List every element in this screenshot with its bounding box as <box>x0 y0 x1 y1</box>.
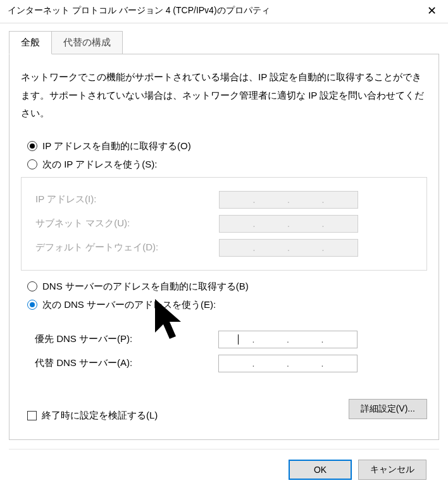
advanced-button[interactable]: 詳細設定(V)... <box>349 399 427 419</box>
preferred-dns-label: 優先 DNS サーバー(P): <box>35 333 218 345</box>
ip-address-label: IP アドレス(I): <box>35 193 219 205</box>
bottom-row: 終了時に設定を検証する(L) 詳細設定(V)... <box>21 397 427 422</box>
ip-seg <box>222 194 252 205</box>
dialog-footer: OK キャンセル <box>9 449 439 484</box>
alternate-dns-input[interactable]: . . . <box>218 355 358 372</box>
field-preferred-dns: 優先 DNS サーバー(P): . . . <box>35 330 420 349</box>
ip-group: IP アドレス(I): . . . サブネット マスク(U): . . . <box>21 177 427 271</box>
ip-seg <box>325 218 355 229</box>
ip-seg[interactable] <box>325 334 354 345</box>
tabs: 全般 代替の構成 <box>9 31 439 54</box>
ip-seg <box>222 242 252 254</box>
window-title: インターネット プロトコル バージョン 4 (TCP/IPv4)のプロパティ <box>8 5 270 16</box>
subnet-label: サブネット マスク(U): <box>35 217 219 229</box>
radio-ip-auto[interactable]: IP アドレスを自動的に取得する(O) <box>27 140 427 152</box>
tabpanel-general: ネットワークでこの機能がサポートされている場合は、IP 設定を自動的に取得するこ… <box>9 54 439 440</box>
alternate-dns-label: 代替 DNS サーバー(A): <box>35 357 218 369</box>
ip-seg <box>291 242 321 254</box>
validate-checkbox-row[interactable]: 終了時に設定を検証する(L) <box>27 410 158 422</box>
field-ip-address: IP アドレス(I): . . . <box>35 190 419 209</box>
radio-icon <box>27 300 37 310</box>
close-icon[interactable]: ✕ <box>422 4 442 18</box>
ip-seg[interactable] <box>256 334 285 345</box>
tab-alternate[interactable]: 代替の構成 <box>51 31 123 54</box>
titlebar: インターネット プロトコル バージョン 4 (TCP/IPv4)のプロパティ ✕ <box>0 0 448 23</box>
ip-address-input: . . . <box>219 191 358 209</box>
radio-label: DNS サーバーのアドレスを自動的に取得する(B) <box>42 281 249 293</box>
ip-seg <box>291 194 321 205</box>
gateway-label: デフォルト ゲートウェイ(D): <box>35 242 219 254</box>
preferred-dns-input[interactable]: . . . <box>218 331 358 348</box>
ip-seg <box>325 194 355 205</box>
ip-seg <box>222 218 252 229</box>
ip-seg[interactable] <box>221 358 251 369</box>
radio-label: 次の IP アドレスを使う(S): <box>42 159 157 171</box>
radio-icon <box>27 159 37 169</box>
radio-label: IP アドレスを自動的に取得する(O) <box>42 140 191 152</box>
ip-seg[interactable] <box>290 334 320 345</box>
radio-dns-manual[interactable]: 次の DNS サーバーのアドレスを使う(E): <box>27 299 427 311</box>
tab-general[interactable]: 全般 <box>9 31 52 54</box>
ip-seg[interactable] <box>221 334 251 345</box>
radio-icon <box>27 141 37 151</box>
field-gateway: デフォルト ゲートウェイ(D): . . . <box>35 238 419 257</box>
ip-seg[interactable] <box>290 358 320 369</box>
validate-label: 終了時に設定を検証する(L) <box>42 410 158 422</box>
text-caret <box>238 334 239 345</box>
ip-seg <box>325 242 355 254</box>
dialog-content: 全般 代替の構成 ネットワークでこの機能がサポートされている場合は、IP 設定を… <box>0 23 448 483</box>
ip-seg <box>256 218 286 229</box>
field-alternate-dns: 代替 DNS サーバー(A): . . . <box>35 354 420 373</box>
radio-dns-auto[interactable]: DNS サーバーのアドレスを自動的に取得する(B) <box>27 281 427 293</box>
field-subnet: サブネット マスク(U): . . . <box>35 214 419 233</box>
radio-icon <box>27 281 37 291</box>
radio-ip-manual[interactable]: 次の IP アドレスを使う(S): <box>27 159 427 171</box>
ip-seg <box>256 242 286 254</box>
ok-button[interactable]: OK <box>289 460 352 480</box>
description-text: ネットワークでこの機能がサポートされている場合は、IP 設定を自動的に取得するこ… <box>21 68 427 123</box>
cancel-button[interactable]: キャンセル <box>358 460 426 480</box>
radio-label: 次の DNS サーバーのアドレスを使う(E): <box>42 299 216 311</box>
ip-seg[interactable] <box>325 358 354 369</box>
ip-seg[interactable] <box>256 358 285 369</box>
gateway-input: . . . <box>219 239 358 257</box>
ip-seg <box>291 218 321 229</box>
ip-seg <box>256 194 286 205</box>
subnet-input: . . . <box>219 215 358 233</box>
dns-group: 優先 DNS サーバー(P): . . . 代替 DNS サーバー(A): . … <box>21 317 427 386</box>
checkbox-icon <box>27 411 37 420</box>
